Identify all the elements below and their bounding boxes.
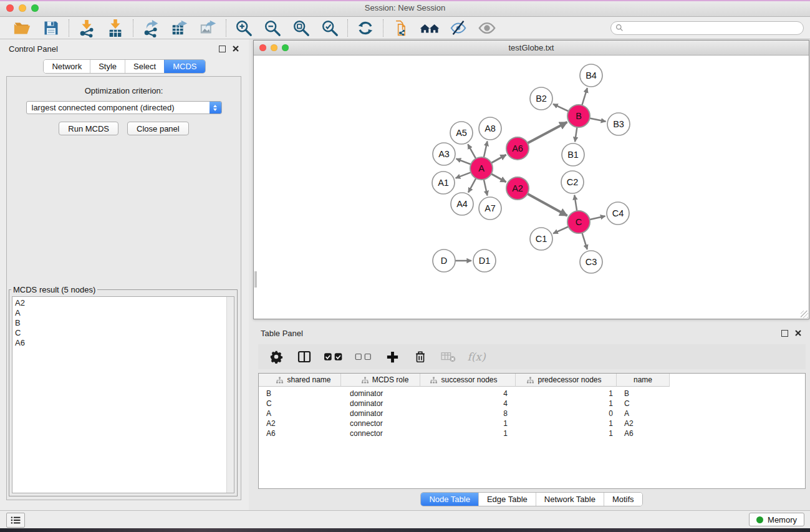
graph-node-C3[interactable]: C3 [580, 251, 602, 273]
table-row[interactable]: Adominator80A [259, 409, 805, 418]
column-header-name[interactable]: name [617, 374, 670, 387]
hide-selected-button[interactable] [446, 18, 470, 38]
float-panel-icon[interactable] [781, 330, 788, 337]
open-session-button[interactable] [11, 18, 34, 38]
graph-node-A1[interactable]: A1 [432, 172, 455, 194]
optimization-criterion-select[interactable]: largest connected component (directed) [26, 101, 222, 114]
column-header-shared-name[interactable]: shared name [259, 374, 341, 387]
export-network-button[interactable] [139, 18, 163, 38]
import-table-button[interactable] [104, 18, 127, 38]
tab-select[interactable]: Select [125, 60, 164, 73]
scrollbar-track[interactable] [226, 297, 234, 493]
list-item[interactable]: A2 [15, 298, 234, 308]
zoom-selected-button[interactable] [318, 18, 342, 38]
graph-node-C2[interactable]: C2 [561, 171, 584, 193]
save-session-button[interactable] [39, 18, 63, 38]
graph-node-B[interactable]: B [567, 105, 590, 127]
list-item[interactable]: C [15, 328, 234, 338]
home-layout-button[interactable] [418, 18, 441, 38]
list-item[interactable]: A6 [15, 338, 234, 348]
memory-button[interactable]: Memory [749, 513, 804, 526]
mcds-result-list[interactable]: A2 A B C A6 [12, 296, 234, 493]
network-window-titlebar[interactable]: testGlobe.txt [254, 41, 809, 56]
search-box[interactable] [610, 21, 804, 35]
close-panel-icon[interactable] [233, 46, 239, 52]
graph-node-A8[interactable]: A8 [479, 117, 501, 140]
main-toolbar [0, 17, 810, 39]
table-tabbar: Node Table Edge Table Network Table Moti… [420, 492, 642, 506]
svg-text:B: B [576, 111, 582, 121]
graph-node-A[interactable]: A [470, 157, 493, 180]
show-all-button[interactable] [475, 18, 499, 38]
tab-style[interactable]: Style [90, 60, 125, 73]
canvas-vscroll-thumb[interactable] [254, 271, 257, 288]
svg-text:A: A [478, 163, 485, 173]
import-network-button[interactable] [75, 18, 99, 38]
column-header-mcds-role[interactable]: MCDS role [341, 374, 420, 387]
graph-node-B4[interactable]: B4 [580, 64, 602, 87]
select-all-columns-button[interactable] [323, 347, 344, 367]
graph-node-B1[interactable]: B1 [562, 143, 584, 166]
refresh-button[interactable] [354, 18, 377, 38]
tab-motifs[interactable]: Motifs [604, 493, 642, 506]
svg-text:A7: A7 [485, 203, 496, 213]
graph-node-B2[interactable]: B2 [530, 87, 552, 110]
graph-node-A2[interactable]: A2 [506, 177, 529, 200]
export-table-button[interactable] [168, 18, 191, 38]
list-item[interactable]: B [15, 318, 234, 328]
graph-node-B3[interactable]: B3 [607, 113, 630, 135]
close-panel-icon[interactable] [795, 330, 801, 336]
network-zoom-button[interactable] [282, 44, 289, 51]
graph-node-A6[interactable]: A6 [506, 137, 529, 160]
tab-edge-table[interactable]: Edge Table [478, 493, 536, 506]
graph-node-D[interactable]: D [433, 249, 455, 272]
create-column-button[interactable] [383, 347, 402, 367]
svg-text:C2: C2 [567, 177, 579, 187]
tab-network[interactable]: Network [44, 60, 90, 73]
svg-text:B3: B3 [613, 119, 624, 129]
search-input[interactable] [626, 23, 799, 33]
graph-node-A4[interactable]: A4 [451, 193, 473, 215]
table-row[interactable]: Bdominator41B [259, 389, 805, 399]
tab-network-table[interactable]: Network Table [536, 493, 604, 506]
zoom-fit-button[interactable] [289, 18, 313, 38]
tab-mcds[interactable]: MCDS [164, 60, 205, 73]
float-panel-icon[interactable] [219, 46, 226, 52]
graph-node-A7[interactable]: A7 [479, 197, 501, 220]
network-minimize-button[interactable] [271, 44, 277, 51]
graph-node-C4[interactable]: C4 [607, 202, 629, 225]
network-canvas[interactable]: B4B2BB3A8A5A6A3B1AA1C2A2A4A7C4CC1C3DD1 [254, 56, 809, 319]
network-graph[interactable]: B4B2BB3A8A5A6A3B1AA1C2A2A4A7C4CC1C3DD1 [254, 56, 809, 319]
table-row[interactable]: A6connector11A6 [259, 428, 805, 438]
minimize-window-button[interactable] [19, 4, 26, 12]
close-panel-button[interactable]: Close panel [127, 122, 189, 135]
column-header-predecessor-nodes[interactable]: predecessor nodes [516, 374, 617, 387]
table-row[interactable]: A2connector11A2 [259, 418, 805, 428]
split-table-button[interactable] [295, 347, 314, 367]
zoom-out-button[interactable] [261, 18, 284, 38]
resize-grip-icon[interactable] [801, 311, 808, 318]
svg-text:C4: C4 [612, 208, 624, 218]
tab-node-table[interactable]: Node Table [421, 493, 478, 506]
zoom-in-button[interactable] [232, 18, 256, 38]
graph-node-C1[interactable]: C1 [530, 228, 552, 250]
control-panel-title: Control Panel [9, 44, 58, 54]
clone-network-button[interactable] [389, 18, 413, 38]
export-image-button[interactable] [196, 18, 220, 38]
graph-node-A3[interactable]: A3 [433, 143, 455, 165]
deselect-all-columns-button[interactable] [354, 347, 374, 367]
graph-node-A5[interactable]: A5 [450, 122, 473, 144]
zoom-window-button[interactable] [31, 4, 39, 12]
table-settings-button[interactable] [267, 347, 286, 367]
graph-node-C[interactable]: C [567, 211, 590, 233]
run-mcds-button[interactable]: Run MCDS [59, 122, 118, 135]
column-header-successor-nodes[interactable]: successor nodes [420, 374, 516, 387]
list-item[interactable]: A [15, 308, 234, 318]
optimization-criterion-value: largest connected component (directed) [32, 103, 175, 112]
close-window-button[interactable] [6, 4, 14, 12]
network-close-button[interactable] [259, 44, 266, 51]
delete-column-button[interactable] [411, 347, 430, 367]
graph-node-D1[interactable]: D1 [473, 249, 496, 272]
show-panels-button[interactable] [6, 513, 25, 528]
table-row[interactable]: Cdominator41C [259, 399, 805, 409]
